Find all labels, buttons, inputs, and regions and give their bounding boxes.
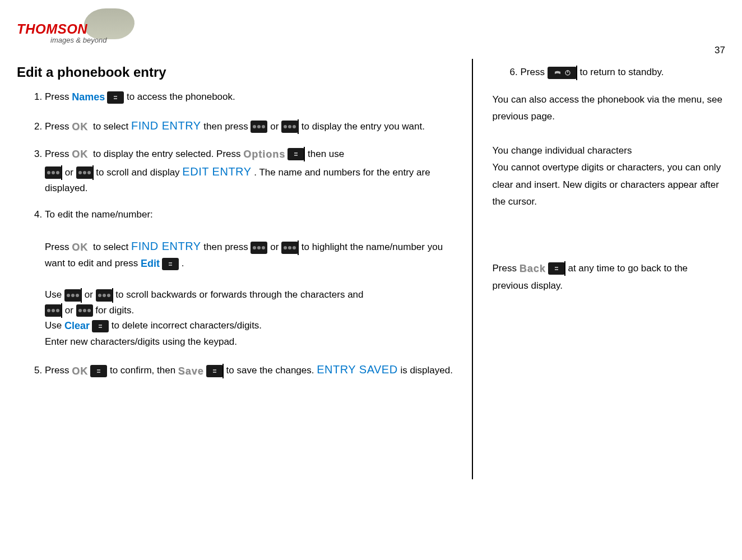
- step-text: Press: [45, 242, 72, 252]
- side-column: Press to return to standby. You can also…: [473, 59, 726, 479]
- right-key-icon: [96, 289, 113, 302]
- step-text: Press: [45, 121, 72, 132]
- back-label: Back: [520, 260, 548, 277]
- step-text: to access the phonebook.: [127, 91, 235, 102]
- key-marker: [222, 364, 224, 378]
- step-text: for digits.: [95, 305, 134, 316]
- back-softkey: Back: [520, 260, 565, 277]
- ok-label: OK: [72, 119, 90, 135]
- section-heading: Edit a phonebook entry: [17, 64, 455, 80]
- step-text: to display the entry selected. Press: [93, 149, 243, 159]
- step-text: to save the changes.: [226, 365, 317, 376]
- svg-rect-11: [213, 372, 216, 373]
- left-key-icon: [64, 289, 81, 302]
- side-note-line: You cannot overtype digits or characters…: [493, 162, 721, 207]
- ok-label: OK: [72, 239, 90, 256]
- svg-rect-3: [294, 155, 298, 156]
- step-text: to confirm, then: [110, 365, 178, 376]
- step-text: to select: [93, 121, 131, 132]
- softkey-icon: [92, 320, 109, 332]
- down-key-icon: [281, 121, 298, 133]
- brand-tagline: images & beyond: [50, 36, 106, 44]
- main-column: Edit a phonebook entry Press Names to ac…: [17, 59, 472, 479]
- options-label: Options: [243, 146, 287, 163]
- onscreen-editentry: EDIT ENTRY: [182, 165, 251, 178]
- step-text: Use: [45, 320, 64, 331]
- step-text: then use: [308, 149, 344, 159]
- options-softkey: Options: [243, 146, 304, 163]
- step-6: Press to return to standby.: [521, 64, 726, 80]
- key-marker: [564, 261, 565, 276]
- step-text: Press: [45, 365, 72, 376]
- svg-rect-9: [97, 372, 100, 373]
- names-softkey: Names: [72, 89, 124, 105]
- up-key-icon: [45, 304, 62, 317]
- down-key-icon: [281, 242, 298, 254]
- svg-rect-8: [97, 369, 100, 371]
- step-2: Press OK to select FIND ENTRY then press…: [45, 117, 455, 135]
- ok-softkey: OK: [72, 146, 90, 163]
- softkey-icon: [548, 262, 565, 275]
- end-call-key-icon: [548, 67, 577, 79]
- step-text: or: [270, 242, 281, 252]
- step-intro: To edit the name/number:: [45, 209, 153, 220]
- side-note-line: You change individual characters: [493, 145, 632, 156]
- step-text: or: [85, 289, 96, 300]
- svg-rect-14: [555, 267, 558, 268]
- step-4: To edit the name/number: Press OK to sel…: [45, 207, 455, 350]
- step-text: to scroll and display: [96, 167, 182, 178]
- onscreen-findentry: FIND ENTRY: [131, 119, 201, 132]
- ok-softkey: OK: [72, 239, 90, 256]
- svg-rect-0: [114, 96, 117, 97]
- step-text: Press: [45, 91, 72, 102]
- ok-softkey: OK: [72, 119, 90, 135]
- step-text: Enter new characters/digits using the ke…: [45, 336, 237, 347]
- step-text: or: [65, 167, 76, 178]
- step-text: to scroll backwards or forwards through …: [115, 289, 363, 300]
- side-note-1: You can also access the phonebook via th…: [493, 91, 726, 126]
- svg-rect-10: [213, 369, 216, 371]
- page-content: Edit a phonebook entry Press Names to ac…: [17, 59, 725, 479]
- edit-label: Edit: [141, 256, 162, 272]
- edit-softkey: Edit: [141, 256, 179, 272]
- instruction-list-cont: Press to return to standby.: [493, 64, 726, 80]
- step-5: Press OK to confirm, then Save to save t…: [45, 360, 455, 379]
- names-label: Names: [72, 89, 107, 105]
- softkey-icon: [107, 91, 124, 104]
- side-note-3: Press Back at any time to go back to the…: [493, 260, 726, 295]
- key-marker: [576, 66, 577, 80]
- softkey-icon: [287, 148, 304, 160]
- up-key-icon: [45, 166, 62, 179]
- step-text: Use: [45, 289, 64, 300]
- step-3: Press OK to display the entry selected. …: [45, 146, 455, 196]
- svg-rect-7: [99, 327, 102, 328]
- step-text: .: [182, 258, 184, 269]
- step-text: then press: [203, 242, 251, 252]
- svg-rect-15: [555, 269, 558, 270]
- svg-rect-5: [169, 265, 172, 266]
- softkey-icon: [162, 258, 179, 270]
- side-note-2: You change individual characters You can…: [493, 142, 726, 211]
- logo-swoosh: [83, 8, 136, 39]
- ok-softkey: OK: [72, 363, 107, 379]
- step-text: Press: [45, 149, 72, 159]
- step-text: to display the entry you want.: [302, 121, 425, 132]
- clear-label: Clear: [64, 318, 92, 334]
- svg-rect-6: [99, 325, 102, 326]
- onscreen-findentry: FIND ENTRY: [131, 240, 201, 252]
- step-text: or: [65, 305, 76, 316]
- svg-rect-1: [114, 98, 117, 99]
- step-text: to select: [93, 242, 131, 252]
- svg-rect-2: [294, 152, 298, 154]
- clear-softkey: Clear: [64, 318, 109, 334]
- step-text: is displayed.: [400, 365, 453, 376]
- save-label: Save: [178, 363, 206, 379]
- down-key-icon: [76, 304, 93, 317]
- step-text: Press: [493, 263, 520, 274]
- instruction-list: Press Names to access the phonebook. Pre…: [17, 89, 455, 379]
- onscreen-entrysaved: ENTRY SAVED: [317, 363, 397, 376]
- up-key-icon: [251, 121, 267, 133]
- ok-label: OK: [72, 363, 90, 379]
- step-text: to return to standby.: [579, 67, 664, 77]
- brand-name: THOMSON: [17, 21, 87, 37]
